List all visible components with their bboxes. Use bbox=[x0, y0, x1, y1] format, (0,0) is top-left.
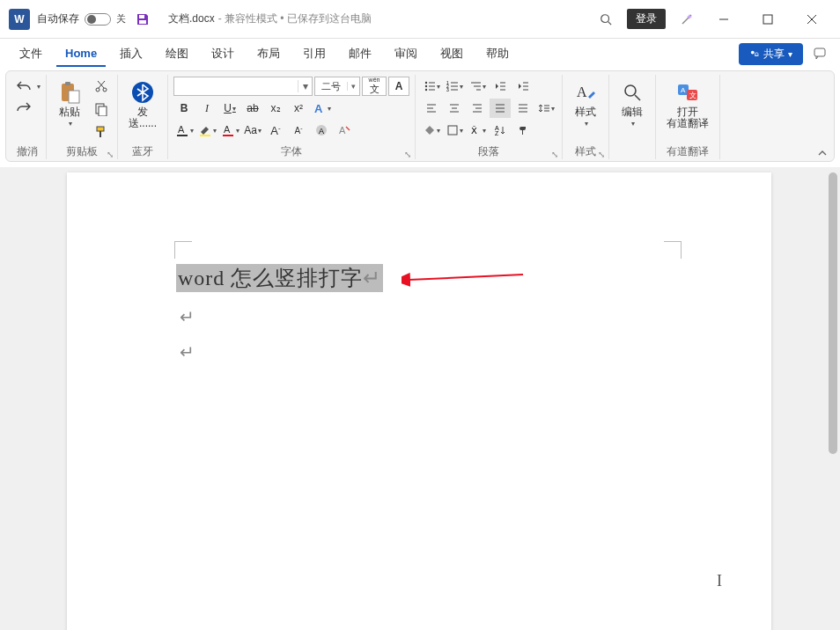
tab-insert[interactable]: 插入 bbox=[111, 40, 151, 67]
show-marks-button[interactable] bbox=[512, 121, 534, 140]
undo-dropdown[interactable]: ▾ bbox=[37, 83, 41, 91]
save-icon[interactable] bbox=[135, 11, 151, 27]
decrease-indent-button[interactable] bbox=[490, 77, 511, 96]
autosave-toggle[interactable] bbox=[85, 13, 111, 26]
tab-review[interactable]: 审阅 bbox=[386, 40, 426, 67]
svg-rect-0 bbox=[139, 15, 144, 18]
maximize-button[interactable] bbox=[752, 4, 784, 35]
translate-icon: A文 bbox=[675, 80, 700, 105]
grow-font-button[interactable]: Aˆ bbox=[265, 121, 286, 140]
clear-format-button[interactable]: A bbox=[334, 121, 355, 140]
editing-label: 编辑 bbox=[622, 106, 643, 118]
underline-button[interactable]: U▾ bbox=[219, 99, 240, 118]
character-border-button[interactable]: A bbox=[388, 77, 409, 96]
styles-launcher[interactable]: ⤡ bbox=[598, 150, 605, 159]
tab-file[interactable]: 文件 bbox=[11, 40, 51, 67]
align-justify-button[interactable] bbox=[490, 99, 511, 118]
enclose-char-button[interactable]: A bbox=[311, 121, 332, 140]
page[interactable]: word 怎么竖排打字↵ ↵ ↵ I bbox=[67, 172, 771, 630]
svg-rect-28 bbox=[223, 135, 233, 136]
asian-layout-button[interactable]: X̂▾ bbox=[467, 121, 488, 140]
styles-button[interactable]: A 样式 ▾ bbox=[568, 77, 603, 131]
svg-line-82 bbox=[409, 275, 523, 280]
document-status: - 兼容性模式 • 已保存到这台电脑 bbox=[218, 11, 372, 26]
search-icon[interactable] bbox=[597, 11, 615, 28]
svg-line-16 bbox=[99, 81, 105, 88]
italic-button[interactable]: I bbox=[196, 99, 217, 118]
share-button[interactable]: 共享 ▾ bbox=[739, 43, 803, 65]
line-spacing-button[interactable]: ▾ bbox=[535, 99, 556, 118]
font-launcher[interactable]: ⤡ bbox=[404, 150, 411, 159]
copy-button[interactable] bbox=[91, 99, 112, 119]
align-center-button[interactable] bbox=[444, 99, 465, 118]
tab-view[interactable]: 视图 bbox=[431, 40, 472, 67]
login-button[interactable]: 登录 bbox=[627, 9, 666, 29]
align-left-button[interactable] bbox=[421, 99, 442, 118]
highlight-button[interactable]: ▾ bbox=[196, 121, 217, 140]
subscript-button[interactable]: x₂ bbox=[265, 99, 286, 118]
tab-mailings[interactable]: 邮件 bbox=[340, 40, 380, 67]
tab-help[interactable]: 帮助 bbox=[477, 40, 518, 67]
paste-button[interactable]: 粘贴 ▾ bbox=[52, 77, 87, 131]
tab-design[interactable]: 设计 bbox=[203, 40, 243, 67]
annotation-arrow bbox=[402, 266, 525, 287]
tab-home[interactable]: Home bbox=[56, 41, 106, 67]
shading-button[interactable]: ▾ bbox=[421, 121, 442, 140]
borders-button[interactable]: ▾ bbox=[444, 121, 465, 140]
svg-text:Z: Z bbox=[495, 130, 499, 136]
strikethrough-button[interactable]: ab bbox=[242, 99, 263, 118]
tab-references[interactable]: 引用 bbox=[294, 40, 335, 67]
undo-button[interactable] bbox=[13, 77, 34, 96]
paragraph-launcher[interactable]: ⤡ bbox=[551, 150, 558, 159]
change-case-button[interactable]: Aa▾ bbox=[242, 121, 263, 140]
youdao-button[interactable]: A文 打开 有道翻译 bbox=[661, 77, 714, 133]
svg-rect-13 bbox=[69, 91, 79, 103]
sort-button[interactable]: AZ bbox=[490, 121, 511, 140]
distribute-button[interactable] bbox=[512, 99, 534, 118]
phonetic-guide-button[interactable]: wén 文 bbox=[362, 77, 387, 96]
youdao-label: 打开 有道翻译 bbox=[667, 106, 709, 129]
sparkle-icon[interactable] bbox=[678, 11, 696, 28]
paragraph-mark-icon: ↵ bbox=[180, 341, 195, 363]
svg-line-17 bbox=[98, 81, 104, 88]
editing-button[interactable]: 编辑 ▾ bbox=[615, 77, 650, 131]
vertical-scrollbar[interactable] bbox=[827, 167, 839, 630]
multilevel-button[interactable]: ▾ bbox=[467, 77, 488, 96]
document-selected-text[interactable]: word 怎么竖排打字↵ bbox=[176, 264, 383, 292]
svg-rect-12 bbox=[65, 82, 70, 85]
format-painter-button[interactable] bbox=[91, 122, 112, 142]
tab-draw[interactable]: 绘图 bbox=[157, 40, 197, 67]
text-effects-button[interactable]: A▾ bbox=[311, 99, 332, 118]
svg-rect-19 bbox=[99, 106, 107, 116]
styles-label: 样式 bbox=[575, 106, 596, 118]
bluetooth-send-button[interactable]: 发 送...... bbox=[123, 77, 162, 133]
cut-button[interactable] bbox=[91, 77, 112, 96]
font-size-combo[interactable]: 二号▾ bbox=[314, 77, 360, 96]
paste-label: 粘贴 bbox=[59, 106, 80, 118]
shrink-font-button[interactable]: Aˇ bbox=[288, 121, 309, 140]
minimize-button[interactable] bbox=[708, 4, 740, 35]
close-button[interactable] bbox=[796, 4, 828, 35]
share-label: 共享 bbox=[763, 47, 785, 62]
font-color2-button[interactable]: A▾ bbox=[219, 121, 240, 140]
clipboard-launcher[interactable]: ⤡ bbox=[107, 150, 114, 159]
bullets-button[interactable]: ▾ bbox=[421, 77, 442, 96]
comments-icon[interactable] bbox=[812, 45, 829, 62]
document-area[interactable]: word 怎么竖排打字↵ ↵ ↵ I bbox=[0, 167, 840, 630]
numbering-button[interactable]: 123▾ bbox=[444, 77, 465, 96]
increase-indent-button[interactable] bbox=[512, 77, 534, 96]
ribbon: ▾ 撤消 粘贴 ▾ bbox=[5, 70, 835, 162]
paste-dropdown[interactable]: ▾ bbox=[69, 120, 72, 128]
scroll-thumb[interactable] bbox=[829, 172, 837, 454]
styles-icon: A bbox=[573, 80, 598, 105]
align-right-button[interactable] bbox=[467, 99, 488, 118]
font-color-button[interactable]: A▾ bbox=[173, 121, 195, 140]
svg-rect-71 bbox=[448, 126, 457, 135]
ribbon-collapse-button[interactable] bbox=[816, 147, 829, 159]
autosave-state: 关 bbox=[116, 12, 126, 26]
bold-button[interactable]: B bbox=[173, 99, 195, 118]
redo-button[interactable] bbox=[13, 98, 34, 117]
tab-layout[interactable]: 布局 bbox=[248, 40, 289, 67]
font-name-combo[interactable]: ▾ bbox=[173, 77, 313, 96]
superscript-button[interactable]: x² bbox=[288, 99, 309, 118]
